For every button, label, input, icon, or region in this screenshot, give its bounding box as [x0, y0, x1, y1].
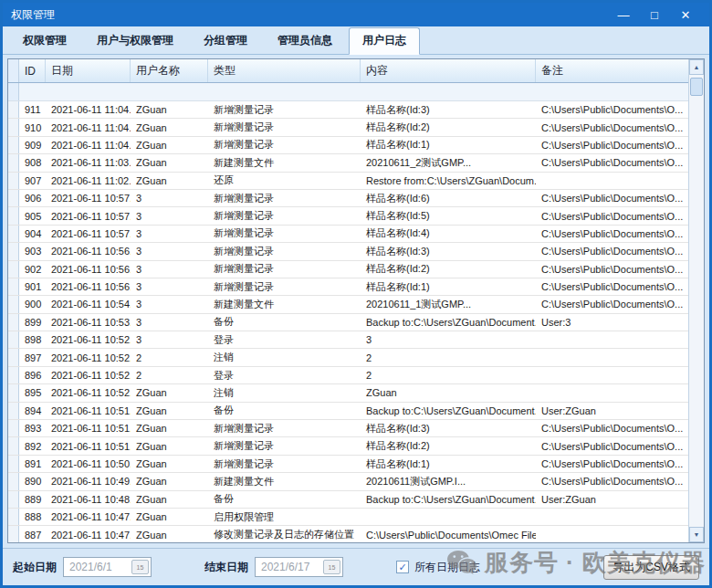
- table-row[interactable]: 901 2021-06-11 10:56... 3 新增测量记录 样品名称(Id…: [8, 278, 688, 296]
- calendar-icon[interactable]: 15: [323, 560, 340, 574]
- tab-4[interactable]: 用户日志: [349, 27, 420, 55]
- end-date-value: 2021/6/17: [261, 561, 323, 573]
- minimize-icon[interactable]: —: [608, 8, 639, 22]
- cell-id: 888: [19, 509, 46, 525]
- row-gutter: [8, 261, 19, 278]
- table-row[interactable]: 888 2021-06-11 10:47... ZGuan 启用权限管理: [8, 509, 688, 526]
- scroll-up-icon[interactable]: ▲: [689, 59, 704, 75]
- column-header[interactable]: 备注: [536, 59, 688, 82]
- row-gutter: [8, 367, 19, 383]
- cell-content: 2: [361, 367, 536, 383]
- cell-id: 891: [19, 456, 46, 472]
- table-row[interactable]: 897 2021-06-11 10:52... 2 注销 2: [8, 349, 688, 366]
- table-row[interactable]: 892 2021-06-11 10:51... ZGuan 新增测量记录 样品名…: [8, 437, 688, 455]
- cell-remark: User:ZGuan: [536, 403, 688, 419]
- tab-2[interactable]: 分组管理: [190, 27, 261, 54]
- window-controls: — □ ✕: [608, 8, 701, 22]
- cell-date: 2021-06-11 11:04...: [46, 119, 131, 135]
- tab-3[interactable]: 管理员信息: [264, 27, 346, 54]
- maximize-icon[interactable]: □: [639, 8, 670, 22]
- cell-user: 3: [131, 314, 208, 331]
- cell-type: 新增测量记录: [208, 119, 361, 135]
- table-row[interactable]: 910 2021-06-11 11:04... ZGuan 新增测量记录 样品名…: [8, 119, 688, 136]
- cell-user: ZGuan: [131, 491, 208, 508]
- cell-id: 895: [19, 384, 46, 401]
- tab-1[interactable]: 用户与权限管理: [83, 27, 187, 54]
- column-header[interactable]: 用户名称: [131, 59, 208, 82]
- cell-user: 3: [131, 278, 208, 295]
- table-row[interactable]: 902 2021-06-11 10:56... 3 新增测量记录 样品名称(Id…: [8, 261, 688, 278]
- table-row[interactable]: 904 2021-06-11 10:57... 3 新增测量记录 样品名称(Id…: [8, 226, 688, 243]
- cell-id: 901: [19, 278, 46, 295]
- cell-date: 2021-06-11 10:56...: [46, 278, 131, 295]
- vertical-scrollbar[interactable]: ▲ ▼: [688, 59, 704, 542]
- all-dates-checkbox[interactable]: ✓: [396, 561, 409, 573]
- new-row-placeholder[interactable]: [8, 83, 688, 101]
- scrollbar-thumb[interactable]: [690, 78, 703, 96]
- cell-remark: C:\Users\Public\Documents\O...: [536, 101, 688, 118]
- table-row[interactable]: 895 2021-06-11 10:52... ZGuan 注销 ZGuan: [8, 384, 688, 402]
- row-gutter: [8, 509, 19, 525]
- cell-date: 2021-06-11 11:03...: [46, 154, 131, 171]
- cell-user: ZGuan: [131, 473, 208, 489]
- column-header[interactable]: 日期: [46, 59, 131, 82]
- table-row[interactable]: 909 2021-06-11 11:04... ZGuan 新增测量记录 样品名…: [8, 137, 688, 154]
- column-header[interactable]: ID: [19, 59, 46, 82]
- table-row[interactable]: 898 2021-06-11 10:52... 3 登录 3: [8, 331, 688, 349]
- table-row[interactable]: 906 2021-06-11 10:57... 3 新增测量记录 样品名称(Id…: [8, 190, 688, 207]
- calendar-icon[interactable]: 15: [131, 560, 149, 574]
- tab-0[interactable]: 权限管理: [9, 27, 80, 54]
- cell-remark: [536, 349, 688, 365]
- cell-id: 911: [19, 101, 46, 118]
- cell-content: 样品名称(Id:3): [361, 420, 536, 436]
- start-date-input[interactable]: 2021/6/1 15: [63, 557, 152, 577]
- cell-id: 887: [19, 526, 46, 542]
- table-row[interactable]: 894 2021-06-11 10:51... ZGuan 备份 Backup …: [8, 403, 688, 420]
- table-row[interactable]: 905 2021-06-11 10:57... 3 新增测量记录 样品名称(Id…: [8, 207, 688, 225]
- row-gutter: [8, 243, 19, 259]
- table-row[interactable]: 889 2021-06-11 10:48... ZGuan 备份 Backup …: [8, 491, 688, 509]
- cell-id: 899: [19, 314, 46, 331]
- table-row[interactable]: 903 2021-06-11 10:56... 3 新增测量记录 样品名称(Id…: [8, 243, 688, 260]
- table-row[interactable]: 896 2021-06-11 10:52... 2 登录 2: [8, 367, 688, 384]
- cell-user: 3: [131, 190, 208, 206]
- cell-content: 样品名称(Id:1): [361, 456, 536, 472]
- table-row[interactable]: 911 2021-06-11 11:04... ZGuan 新增测量记录 样品名…: [8, 101, 688, 119]
- table-row[interactable]: 887 2021-06-11 10:47... ZGuan 修改测量记录及日志的…: [8, 526, 688, 542]
- cell-user: ZGuan: [131, 403, 208, 419]
- cell-id: 898: [19, 331, 46, 348]
- cell-remark: [536, 384, 688, 401]
- cell-type: 备份: [208, 491, 361, 508]
- table-row[interactable]: 893 2021-06-11 10:51... ZGuan 新增测量记录 样品名…: [8, 420, 688, 437]
- close-icon[interactable]: ✕: [670, 8, 701, 22]
- cell-date: 2021-06-11 10:47...: [46, 526, 131, 542]
- column-header[interactable]: 内容: [361, 59, 536, 82]
- row-gutter: [8, 101, 19, 118]
- end-date-input[interactable]: 2021/6/17 15: [255, 557, 343, 577]
- column-header[interactable]: 类型: [208, 59, 361, 82]
- cell-remark: User:3: [536, 314, 688, 331]
- cell-date: 2021-06-11 10:57...: [46, 207, 131, 224]
- cell-content: 样品名称(Id:2): [361, 261, 536, 278]
- cell-date: 2021-06-11 10:52...: [46, 384, 131, 401]
- log-table: ID日期用户名称类型内容备注 911 2021-06-11 11:04... Z…: [7, 58, 705, 543]
- row-gutter: [8, 190, 19, 206]
- cell-date: 2021-06-11 10:52...: [46, 349, 131, 365]
- table-row[interactable]: 907 2021-06-11 11:02... ZGuan 还原 Restore…: [8, 173, 688, 190]
- export-csv-button[interactable]: 导出为CSV格式: [603, 555, 699, 580]
- table-row[interactable]: 899 2021-06-11 10:53... 3 备份 Backup to:C…: [8, 314, 688, 331]
- cell-user: ZGuan: [131, 526, 208, 542]
- cell-type: 还原: [208, 173, 361, 189]
- row-gutter: [8, 278, 19, 295]
- cell-date: 2021-06-11 10:48...: [46, 491, 131, 508]
- cell-id: 906: [19, 190, 46, 206]
- table-row[interactable]: 890 2021-06-11 10:49... ZGuan 新建测量文件 202…: [8, 473, 688, 490]
- table-row[interactable]: 908 2021-06-11 11:03... ZGuan 新建测量文件 202…: [8, 154, 688, 172]
- table-row[interactable]: 900 2021-06-11 10:54... 3 新建测量文件 2021061…: [8, 296, 688, 313]
- cell-user: ZGuan: [131, 173, 208, 189]
- cell-date: 2021-06-11 10:51...: [46, 437, 131, 454]
- row-gutter: [8, 83, 19, 100]
- cell-remark: [536, 509, 688, 525]
- table-row[interactable]: 891 2021-06-11 10:50... ZGuan 新增测量记录 样品名…: [8, 456, 688, 473]
- scroll-down-icon[interactable]: ▼: [689, 527, 704, 542]
